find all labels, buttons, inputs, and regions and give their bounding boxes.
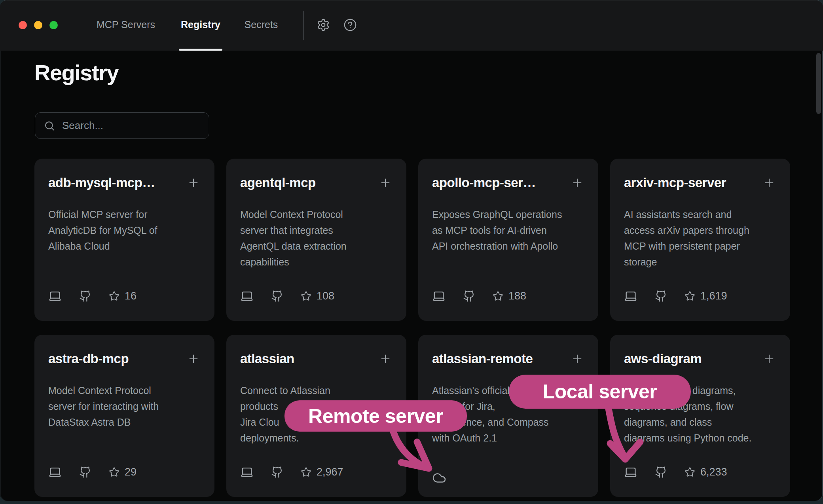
tab-mcp-servers[interactable]: MCP Servers [97, 19, 155, 30]
card-footer [432, 471, 446, 485]
card-title: atlassian-remote [432, 351, 566, 366]
star-count: 108 [317, 290, 334, 302]
card-description: AI assistants search andaccess arXiv pap… [624, 207, 780, 270]
star-rating: 16 [109, 290, 137, 302]
toolbar-divider [303, 11, 304, 40]
star-rating: 188 [493, 290, 526, 302]
scrollbar-thumb[interactable] [816, 53, 821, 114]
add-server-button[interactable] [187, 176, 200, 189]
search-box [35, 112, 209, 139]
plus-icon [763, 352, 776, 365]
github-icon [655, 466, 667, 478]
server-card[interactable]: adb-mysql-mcp… Official MCP server forAn… [34, 159, 214, 321]
add-server-button[interactable] [379, 352, 392, 365]
active-tab-indicator [179, 49, 222, 51]
star-rating: 1,619 [685, 290, 727, 302]
star-count: 16 [125, 290, 137, 302]
github-icon [79, 290, 91, 302]
add-server-button[interactable] [571, 352, 584, 365]
app-window: MCP ServersRegistrySecrets Registry adb-… [0, 0, 823, 501]
laptop-icon [624, 289, 637, 303]
card-title: adb-mysql-mcp… [48, 175, 182, 190]
server-card[interactable]: agentql-mcp Model Context Protocolserver… [226, 159, 406, 321]
cloud-icon [432, 471, 446, 485]
card-footer: 1,619 [624, 289, 727, 303]
github-icon [463, 290, 475, 302]
add-server-button[interactable] [379, 176, 392, 189]
star-count: 2,967 [317, 466, 343, 478]
server-card[interactable]: apollo-mcp-ser… Exposes GraphQL operatio… [418, 159, 598, 321]
local-server-label: Local server [543, 380, 657, 403]
card-title: astra-db-mcp [48, 351, 182, 366]
plus-icon [187, 176, 200, 189]
card-footer: 108 [240, 289, 334, 303]
close-window-button[interactable] [19, 21, 27, 29]
server-card[interactable]: aws-diagram Generate AWS diagrams,sequen… [610, 335, 790, 497]
star-rating: 29 [109, 466, 137, 478]
search-input[interactable] [62, 119, 202, 132]
add-server-button[interactable] [571, 176, 584, 189]
star-icon [109, 467, 119, 477]
star-icon [493, 291, 503, 301]
card-description: Exposes GraphQL operationsas MCP tools f… [432, 207, 588, 254]
star-rating: 2,967 [301, 466, 343, 478]
card-description: Official MCP server forAnalyticDB for My… [48, 207, 204, 254]
laptop-icon [624, 465, 637, 479]
laptop-icon [432, 289, 446, 303]
titlebar: MCP ServersRegistrySecrets [0, 0, 823, 51]
star-icon [301, 467, 311, 477]
tab-secrets[interactable]: Secrets [245, 19, 278, 30]
add-server-button[interactable] [763, 352, 776, 365]
laptop-icon [48, 465, 62, 479]
plus-icon [571, 176, 584, 189]
star-icon [301, 291, 311, 301]
github-icon [79, 466, 91, 478]
card-footer: 16 [48, 289, 137, 303]
registry-grid: adb-mysql-mcp… Official MCP server forAn… [34, 159, 790, 497]
card-footer: 6,233 [624, 465, 727, 479]
server-card[interactable]: astra-db-mcp Model Context Protocolserve… [34, 335, 214, 497]
settings-button[interactable] [316, 18, 330, 32]
laptop-icon [48, 289, 62, 303]
help-icon [343, 18, 357, 32]
card-title: atlassian [240, 351, 374, 366]
card-title: agentql-mcp [240, 175, 374, 190]
card-footer: 2,967 [240, 465, 343, 479]
local-server-callout: Local server [509, 375, 691, 409]
tab-registry[interactable]: Registry [181, 19, 220, 30]
card-title: apollo-mcp-ser… [432, 175, 566, 190]
star-rating: 108 [301, 290, 334, 302]
card-title: aws-diagram [624, 351, 758, 366]
star-rating: 6,233 [685, 466, 727, 478]
minimize-window-button[interactable] [34, 21, 42, 29]
add-server-button[interactable] [763, 176, 776, 189]
gear-icon [317, 18, 330, 32]
card-title: arxiv-mcp-server [624, 175, 758, 190]
remote-server-callout: Remote server [284, 400, 467, 432]
card-footer: 188 [432, 289, 526, 303]
star-icon [685, 467, 695, 477]
star-count: 1,619 [700, 290, 727, 302]
plus-icon [379, 176, 392, 189]
github-icon [271, 466, 283, 478]
github-icon [271, 290, 283, 302]
server-card[interactable]: arxiv-mcp-server AI assistants search an… [610, 159, 790, 321]
plus-icon [187, 352, 200, 365]
star-count: 188 [508, 290, 526, 302]
laptop-icon [240, 289, 254, 303]
page-title: Registry [34, 60, 118, 85]
plus-icon [763, 176, 776, 189]
card-description: Model Context Protocolserver for interac… [48, 383, 204, 430]
laptop-icon [240, 465, 254, 479]
search-icon [44, 120, 55, 131]
card-footer: 29 [48, 465, 137, 479]
star-icon [109, 291, 119, 301]
github-icon [655, 290, 667, 302]
zoom-window-button[interactable] [49, 21, 58, 29]
plus-icon [379, 352, 392, 365]
star-count: 29 [125, 466, 137, 478]
add-server-button[interactable] [187, 352, 200, 365]
plus-icon [571, 352, 584, 365]
help-button[interactable] [343, 18, 357, 32]
card-description: Model Context Protocolserver that integr… [240, 207, 396, 270]
